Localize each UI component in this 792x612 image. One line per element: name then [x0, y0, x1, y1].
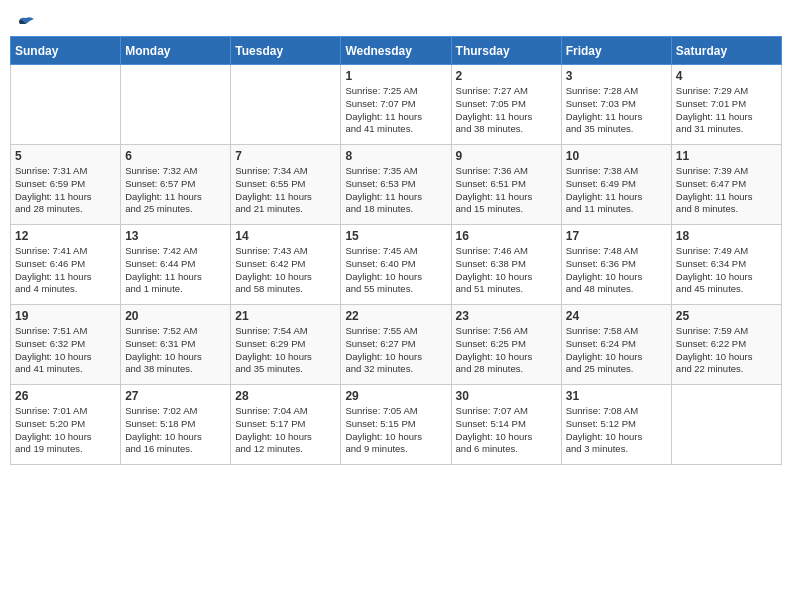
day-number: 8	[345, 149, 446, 163]
day-header-monday: Monday	[121, 37, 231, 65]
calendar-cell: 6Sunrise: 7:32 AM Sunset: 6:57 PM Daylig…	[121, 145, 231, 225]
calendar-cell: 17Sunrise: 7:48 AM Sunset: 6:36 PM Dayli…	[561, 225, 671, 305]
cell-info: Sunrise: 7:35 AM Sunset: 6:53 PM Dayligh…	[345, 165, 446, 216]
calendar-cell: 16Sunrise: 7:46 AM Sunset: 6:38 PM Dayli…	[451, 225, 561, 305]
calendar-cell: 3Sunrise: 7:28 AM Sunset: 7:03 PM Daylig…	[561, 65, 671, 145]
calendar-cell: 10Sunrise: 7:38 AM Sunset: 6:49 PM Dayli…	[561, 145, 671, 225]
calendar-week-3: 12Sunrise: 7:41 AM Sunset: 6:46 PM Dayli…	[11, 225, 782, 305]
day-number: 25	[676, 309, 777, 323]
calendar-cell: 20Sunrise: 7:52 AM Sunset: 6:31 PM Dayli…	[121, 305, 231, 385]
day-number: 11	[676, 149, 777, 163]
page-header	[10, 10, 782, 28]
calendar-cell: 13Sunrise: 7:42 AM Sunset: 6:44 PM Dayli…	[121, 225, 231, 305]
cell-info: Sunrise: 7:05 AM Sunset: 5:15 PM Dayligh…	[345, 405, 446, 456]
calendar-table: SundayMondayTuesdayWednesdayThursdayFrid…	[10, 36, 782, 465]
day-number: 7	[235, 149, 336, 163]
day-header-wednesday: Wednesday	[341, 37, 451, 65]
day-number: 28	[235, 389, 336, 403]
cell-info: Sunrise: 7:46 AM Sunset: 6:38 PM Dayligh…	[456, 245, 557, 296]
calendar-cell: 1Sunrise: 7:25 AM Sunset: 7:07 PM Daylig…	[341, 65, 451, 145]
calendar-week-5: 26Sunrise: 7:01 AM Sunset: 5:20 PM Dayli…	[11, 385, 782, 465]
cell-info: Sunrise: 7:59 AM Sunset: 6:22 PM Dayligh…	[676, 325, 777, 376]
day-header-friday: Friday	[561, 37, 671, 65]
cell-info: Sunrise: 7:02 AM Sunset: 5:18 PM Dayligh…	[125, 405, 226, 456]
calendar-week-1: 1Sunrise: 7:25 AM Sunset: 7:07 PM Daylig…	[11, 65, 782, 145]
cell-info: Sunrise: 7:55 AM Sunset: 6:27 PM Dayligh…	[345, 325, 446, 376]
day-number: 2	[456, 69, 557, 83]
cell-info: Sunrise: 7:29 AM Sunset: 7:01 PM Dayligh…	[676, 85, 777, 136]
cell-info: Sunrise: 7:52 AM Sunset: 6:31 PM Dayligh…	[125, 325, 226, 376]
cell-info: Sunrise: 7:51 AM Sunset: 6:32 PM Dayligh…	[15, 325, 116, 376]
day-header-tuesday: Tuesday	[231, 37, 341, 65]
cell-info: Sunrise: 7:08 AM Sunset: 5:12 PM Dayligh…	[566, 405, 667, 456]
cell-info: Sunrise: 7:28 AM Sunset: 7:03 PM Dayligh…	[566, 85, 667, 136]
calendar-cell	[121, 65, 231, 145]
logo	[14, 16, 36, 28]
day-number: 6	[125, 149, 226, 163]
calendar-cell	[671, 385, 781, 465]
calendar-cell: 11Sunrise: 7:39 AM Sunset: 6:47 PM Dayli…	[671, 145, 781, 225]
cell-info: Sunrise: 7:41 AM Sunset: 6:46 PM Dayligh…	[15, 245, 116, 296]
cell-info: Sunrise: 7:36 AM Sunset: 6:51 PM Dayligh…	[456, 165, 557, 216]
cell-info: Sunrise: 7:54 AM Sunset: 6:29 PM Dayligh…	[235, 325, 336, 376]
cell-info: Sunrise: 7:04 AM Sunset: 5:17 PM Dayligh…	[235, 405, 336, 456]
day-number: 29	[345, 389, 446, 403]
day-number: 22	[345, 309, 446, 323]
calendar-cell: 15Sunrise: 7:45 AM Sunset: 6:40 PM Dayli…	[341, 225, 451, 305]
calendar-cell: 23Sunrise: 7:56 AM Sunset: 6:25 PM Dayli…	[451, 305, 561, 385]
calendar-cell: 18Sunrise: 7:49 AM Sunset: 6:34 PM Dayli…	[671, 225, 781, 305]
day-header-thursday: Thursday	[451, 37, 561, 65]
cell-info: Sunrise: 7:31 AM Sunset: 6:59 PM Dayligh…	[15, 165, 116, 216]
day-number: 1	[345, 69, 446, 83]
calendar-cell: 27Sunrise: 7:02 AM Sunset: 5:18 PM Dayli…	[121, 385, 231, 465]
cell-info: Sunrise: 7:39 AM Sunset: 6:47 PM Dayligh…	[676, 165, 777, 216]
day-number: 4	[676, 69, 777, 83]
calendar-cell: 12Sunrise: 7:41 AM Sunset: 6:46 PM Dayli…	[11, 225, 121, 305]
cell-info: Sunrise: 7:34 AM Sunset: 6:55 PM Dayligh…	[235, 165, 336, 216]
cell-info: Sunrise: 7:45 AM Sunset: 6:40 PM Dayligh…	[345, 245, 446, 296]
calendar-cell: 14Sunrise: 7:43 AM Sunset: 6:42 PM Dayli…	[231, 225, 341, 305]
day-number: 3	[566, 69, 667, 83]
day-number: 18	[676, 229, 777, 243]
cell-info: Sunrise: 7:48 AM Sunset: 6:36 PM Dayligh…	[566, 245, 667, 296]
calendar-cell: 28Sunrise: 7:04 AM Sunset: 5:17 PM Dayli…	[231, 385, 341, 465]
day-number: 10	[566, 149, 667, 163]
calendar-cell: 31Sunrise: 7:08 AM Sunset: 5:12 PM Dayli…	[561, 385, 671, 465]
calendar-cell: 22Sunrise: 7:55 AM Sunset: 6:27 PM Dayli…	[341, 305, 451, 385]
calendar-cell: 7Sunrise: 7:34 AM Sunset: 6:55 PM Daylig…	[231, 145, 341, 225]
calendar-cell	[231, 65, 341, 145]
calendar-cell: 25Sunrise: 7:59 AM Sunset: 6:22 PM Dayli…	[671, 305, 781, 385]
calendar-cell: 19Sunrise: 7:51 AM Sunset: 6:32 PM Dayli…	[11, 305, 121, 385]
cell-info: Sunrise: 7:49 AM Sunset: 6:34 PM Dayligh…	[676, 245, 777, 296]
day-number: 23	[456, 309, 557, 323]
cell-info: Sunrise: 7:42 AM Sunset: 6:44 PM Dayligh…	[125, 245, 226, 296]
day-number: 15	[345, 229, 446, 243]
day-number: 9	[456, 149, 557, 163]
day-header-sunday: Sunday	[11, 37, 121, 65]
calendar-cell: 21Sunrise: 7:54 AM Sunset: 6:29 PM Dayli…	[231, 305, 341, 385]
day-number: 27	[125, 389, 226, 403]
day-number: 20	[125, 309, 226, 323]
day-number: 17	[566, 229, 667, 243]
cell-info: Sunrise: 7:32 AM Sunset: 6:57 PM Dayligh…	[125, 165, 226, 216]
day-number: 21	[235, 309, 336, 323]
calendar-cell: 26Sunrise: 7:01 AM Sunset: 5:20 PM Dayli…	[11, 385, 121, 465]
day-number: 13	[125, 229, 226, 243]
calendar-cell: 24Sunrise: 7:58 AM Sunset: 6:24 PM Dayli…	[561, 305, 671, 385]
calendar-week-2: 5Sunrise: 7:31 AM Sunset: 6:59 PM Daylig…	[11, 145, 782, 225]
calendar-cell: 5Sunrise: 7:31 AM Sunset: 6:59 PM Daylig…	[11, 145, 121, 225]
day-number: 26	[15, 389, 116, 403]
calendar-cell: 4Sunrise: 7:29 AM Sunset: 7:01 PM Daylig…	[671, 65, 781, 145]
cell-info: Sunrise: 7:43 AM Sunset: 6:42 PM Dayligh…	[235, 245, 336, 296]
calendar-cell: 30Sunrise: 7:07 AM Sunset: 5:14 PM Dayli…	[451, 385, 561, 465]
cell-info: Sunrise: 7:27 AM Sunset: 7:05 PM Dayligh…	[456, 85, 557, 136]
cell-info: Sunrise: 7:38 AM Sunset: 6:49 PM Dayligh…	[566, 165, 667, 216]
calendar-cell: 2Sunrise: 7:27 AM Sunset: 7:05 PM Daylig…	[451, 65, 561, 145]
calendar-week-4: 19Sunrise: 7:51 AM Sunset: 6:32 PM Dayli…	[11, 305, 782, 385]
day-number: 16	[456, 229, 557, 243]
cell-info: Sunrise: 7:25 AM Sunset: 7:07 PM Dayligh…	[345, 85, 446, 136]
calendar-cell: 8Sunrise: 7:35 AM Sunset: 6:53 PM Daylig…	[341, 145, 451, 225]
header-row: SundayMondayTuesdayWednesdayThursdayFrid…	[11, 37, 782, 65]
logo-bird-icon	[16, 16, 36, 32]
cell-info: Sunrise: 7:01 AM Sunset: 5:20 PM Dayligh…	[15, 405, 116, 456]
